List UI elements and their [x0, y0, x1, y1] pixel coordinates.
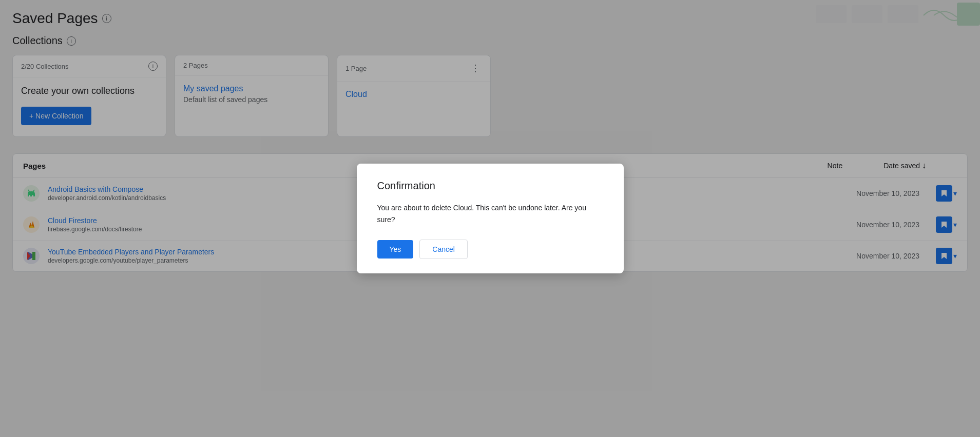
modal-body: You are about to delete Cloud. This can'… [377, 202, 603, 225]
confirmation-modal: Confirmation You are about to delete Clo… [357, 164, 624, 273]
modal-actions: Yes Cancel [377, 240, 603, 259]
modal-title: Confirmation [377, 180, 603, 192]
modal-overlay[interactable]: Confirmation You are about to delete Clo… [0, 0, 980, 437]
yes-button[interactable]: Yes [377, 240, 414, 259]
cancel-button[interactable]: Cancel [419, 240, 468, 259]
